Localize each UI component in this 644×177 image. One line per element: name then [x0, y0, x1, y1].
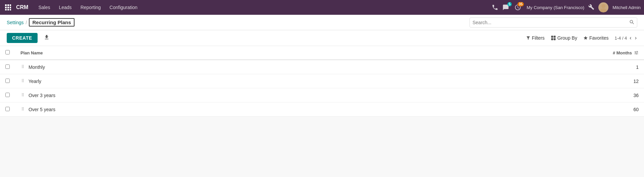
plan-name-cell[interactable]: Yearly [15, 74, 364, 88]
svg-rect-0 [5, 4, 7, 6]
download-button[interactable] [42, 33, 52, 43]
plan-name-header: Plan Name [15, 46, 364, 60]
search-icon[interactable] [629, 19, 634, 26]
content-area: Plan Name # Months Monthly 1 [0, 46, 644, 117]
table-row[interactable]: Yearly 12 [0, 74, 644, 88]
months-cell: 1 [364, 60, 644, 74]
adjust-columns-icon[interactable] [634, 50, 639, 55]
table-header-row: Plan Name # Months [0, 46, 644, 60]
breadcrumb: Settings / Recurring Plans [7, 18, 75, 27]
select-all-checkbox[interactable] [5, 50, 10, 54]
plan-name: Monthly [29, 64, 45, 70]
nav-right: 5 35 My Company (San Francisco) Mitchell… [492, 2, 641, 12]
row-checkbox-cell[interactable] [0, 88, 15, 102]
row-checkbox[interactable] [5, 64, 10, 69]
months-cell: 36 [364, 88, 644, 102]
phone-icon-btn[interactable] [492, 4, 498, 11]
svg-rect-5 [10, 7, 11, 8]
drag-handle-icon[interactable] [20, 106, 25, 111]
svg-rect-6 [5, 9, 7, 10]
groupby-label: Group By [557, 35, 577, 41]
prev-page-button[interactable]: ‹ [629, 34, 632, 42]
select-all-checkbox-header[interactable] [0, 46, 15, 60]
plan-name: Over 5 years [29, 107, 55, 112]
table-row[interactable]: Over 5 years 60 [0, 102, 644, 117]
top-navigation: CRM Sales Leads Reporting Configuration … [0, 0, 644, 15]
drag-handle-icon[interactable] [20, 92, 25, 97]
months-cell: 60 [364, 102, 644, 117]
svg-rect-1 [7, 4, 9, 6]
svg-rect-13 [551, 38, 553, 40]
months-header: # Months [364, 46, 644, 60]
svg-rect-2 [10, 4, 11, 6]
svg-rect-12 [554, 36, 555, 38]
nav-left: CRM Sales Leads Reporting Configuration [3, 3, 142, 12]
nav-menu-reporting[interactable]: Reporting [77, 3, 105, 12]
filters-label: Filters [532, 35, 545, 41]
search-input[interactable] [473, 20, 629, 25]
plan-name-cell[interactable]: Monthly [15, 60, 364, 74]
drag-handle-icon[interactable] [20, 78, 25, 83]
filters-button[interactable]: Filters [526, 35, 545, 41]
next-page-button[interactable]: › [634, 34, 637, 42]
toolbar-right: Filters Group By Favorites 1-4 / 4 ‹ › [526, 34, 637, 42]
activity-icon-btn[interactable]: 35 [514, 4, 521, 11]
row-checkbox[interactable] [5, 107, 10, 111]
company-name: My Company (San Francisco) [527, 5, 584, 10]
svg-rect-8 [10, 9, 11, 10]
avatar[interactable] [598, 2, 608, 12]
search-bar[interactable] [469, 17, 637, 28]
plan-name-cell[interactable]: Over 3 years [15, 88, 364, 102]
row-checkbox[interactable] [5, 93, 10, 97]
months-cell: 12 [364, 74, 644, 88]
svg-rect-3 [5, 7, 7, 8]
recurring-plans-table: Plan Name # Months Monthly 1 [0, 46, 644, 117]
svg-rect-4 [7, 7, 9, 8]
breadcrumb-separator: / [26, 20, 27, 25]
drag-handle-icon[interactable] [20, 64, 25, 69]
row-checkbox-cell[interactable] [0, 74, 15, 88]
nav-brand[interactable]: CRM [14, 4, 30, 10]
subheader: Settings / Recurring Plans [0, 15, 644, 30]
pagination-text: 1-4 / 4 [614, 36, 627, 41]
plan-name-cell[interactable]: Over 5 years [15, 102, 364, 117]
row-checkbox[interactable] [5, 79, 10, 83]
groupby-button[interactable]: Group By [551, 35, 577, 41]
nav-menu-sales[interactable]: Sales [34, 3, 54, 12]
svg-point-10 [600, 8, 607, 12]
chat-icon-btn[interactable]: 5 [502, 4, 509, 11]
user-name: Mitchell Admin [612, 5, 641, 10]
svg-rect-11 [551, 36, 553, 38]
table-body: Monthly 1 Yearly 12 Over 3 years 36 [0, 60, 644, 117]
chat-badge: 5 [507, 2, 512, 6]
plan-name: Yearly [29, 79, 41, 84]
favorites-button[interactable]: Favorites [583, 35, 609, 41]
breadcrumb-current: Recurring Plans [29, 18, 74, 27]
toolbar: CREATE Filters Group By Favorites 1-4 / … [0, 30, 644, 46]
pagination: 1-4 / 4 ‹ › [614, 34, 637, 42]
plan-name: Over 3 years [29, 93, 55, 98]
favorites-label: Favorites [589, 35, 609, 41]
row-checkbox-cell[interactable] [0, 60, 15, 74]
settings-icon[interactable] [588, 4, 594, 11]
breadcrumb-parent[interactable]: Settings [7, 20, 24, 25]
svg-rect-14 [554, 38, 555, 40]
activity-badge: 35 [517, 2, 524, 6]
app-grid-icon[interactable] [3, 3, 13, 12]
nav-menu-configuration[interactable]: Configuration [105, 3, 141, 12]
svg-rect-7 [7, 9, 9, 10]
nav-menu: Sales Leads Reporting Configuration [34, 3, 141, 12]
row-checkbox-cell[interactable] [0, 102, 15, 117]
svg-point-9 [601, 4, 605, 8]
table-row[interactable]: Monthly 1 [0, 60, 644, 74]
create-button[interactable]: CREATE [7, 33, 38, 43]
nav-menu-leads[interactable]: Leads [55, 3, 76, 12]
table-row[interactable]: Over 3 years 36 [0, 88, 644, 102]
